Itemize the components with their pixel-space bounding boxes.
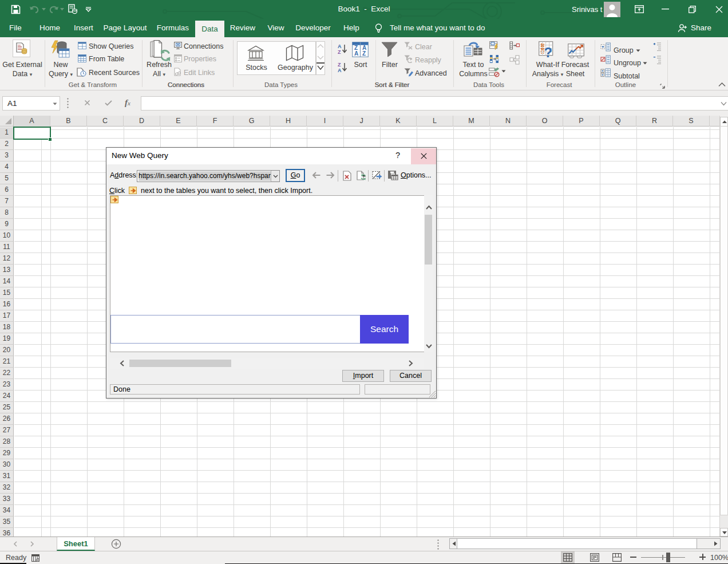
svg-text:Z: Z [338,49,341,54]
svg-text:A: A [338,44,342,49]
svg-text:Z: Z [362,50,366,57]
svg-text:?: ? [544,45,553,60]
svg-text:A: A [354,50,358,57]
